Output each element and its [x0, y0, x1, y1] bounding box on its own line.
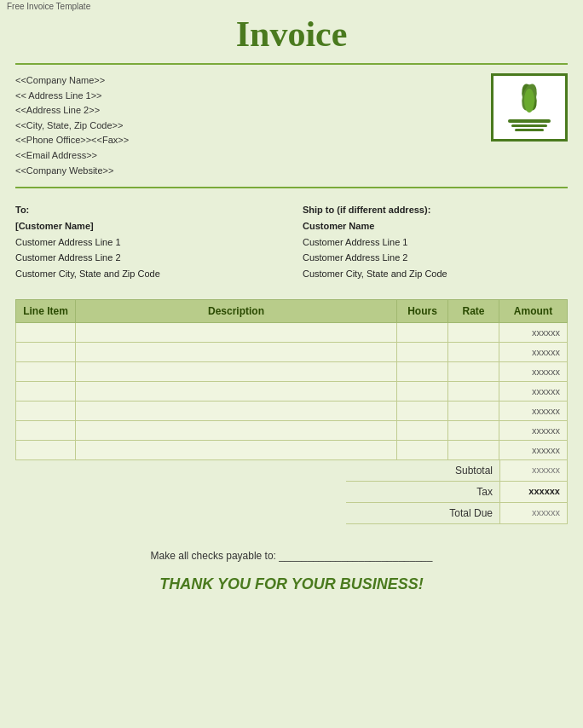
header-section: <<Company Name>> << Address Line 1>> <<A…	[15, 63, 568, 178]
table-row: xxxxxx	[16, 342, 568, 361]
bill-address2: Customer Address Line 2	[15, 250, 280, 266]
ship-to-block: Ship to (if different address): Customer…	[303, 202, 568, 281]
company-info: <<Company Name>> << Address Line 1>> <<A…	[15, 73, 129, 178]
summary-inner: Subtotal xxxxxx Tax xxxxxx Total Due xxx…	[346, 460, 568, 524]
svg-rect-4	[508, 119, 551, 123]
to-label: To:	[15, 202, 280, 218]
cell-amount: xxxxxx	[499, 440, 568, 459]
bill-to-block: To: [Customer Name] Customer Address Lin…	[15, 202, 280, 281]
checks-line: Make all checks payable to: ____________…	[15, 550, 568, 562]
cell-hours	[397, 322, 448, 342]
table-row: xxxxxx	[16, 322, 568, 342]
cell-rate	[448, 361, 499, 381]
ship-label: Ship to (if different address):	[303, 202, 568, 218]
footer-section: Make all checks payable to: ____________…	[15, 550, 568, 593]
thank-you-text: THANK YOU FOR YOUR BUSINESS!	[15, 575, 568, 593]
cell-rate	[448, 401, 499, 420]
ship-customer-name: Customer Name	[303, 218, 568, 234]
cell-desc	[76, 342, 397, 361]
cell-rate	[448, 440, 499, 459]
cell-desc	[76, 420, 397, 440]
cell-hours	[397, 420, 448, 440]
total-value: xxxxxx	[499, 503, 568, 523]
cell-rate	[448, 420, 499, 440]
ship-city: Customer City, State and Zip Code	[303, 266, 568, 282]
table-row: xxxxxx	[16, 361, 568, 381]
summary-section: Subtotal xxxxxx Tax xxxxxx Total Due xxx…	[15, 460, 568, 524]
cell-hours	[397, 440, 448, 459]
col-rate: Rate	[448, 299, 499, 322]
cell-amount: xxxxxx	[499, 342, 568, 361]
invoice-table: Line Item Description Hours Rate Amount …	[15, 299, 568, 460]
cell-hours	[397, 361, 448, 381]
company-email: <<Email Address>>	[15, 148, 129, 164]
svg-rect-5	[511, 124, 547, 127]
cell-desc	[76, 440, 397, 459]
col-amount: Amount	[499, 299, 568, 322]
cell-amount: xxxxxx	[499, 322, 568, 342]
cell-hours	[397, 342, 448, 361]
total-label: Total Due	[346, 503, 499, 523]
company-website: <<Company Website>>	[15, 164, 129, 179]
cell-line	[16, 401, 76, 420]
company-address2: <<Address Line 2>>	[15, 103, 129, 118]
cell-hours	[397, 381, 448, 401]
cell-line	[16, 381, 76, 401]
cell-amount: xxxxxx	[499, 381, 568, 401]
tax-value: xxxxxx	[499, 482, 568, 502]
bill-city: Customer City, State and Zip Code	[15, 266, 280, 282]
cell-rate	[448, 342, 499, 361]
watermark-text: Free Invoice Template	[0, 0, 97, 11]
svg-point-3	[524, 89, 534, 113]
tax-label: Tax	[346, 482, 499, 502]
company-address1: << Address Line 1>>	[15, 89, 129, 104]
subtotal-value: xxxxxx	[499, 460, 568, 481]
cell-line	[16, 440, 76, 459]
col-description: Description	[76, 299, 397, 322]
svg-rect-6	[515, 129, 544, 131]
ship-address1: Customer Address Line 1	[303, 234, 568, 251]
cell-amount: xxxxxx	[499, 401, 568, 420]
cell-line	[16, 420, 76, 440]
table-row: xxxxxx	[16, 401, 568, 420]
company-phone: <<Phone Office>><<Fax>>	[15, 133, 129, 148]
cell-hours	[397, 401, 448, 420]
cell-amount: xxxxxx	[499, 420, 568, 440]
subtotal-row: Subtotal xxxxxx	[346, 460, 568, 482]
cell-line	[16, 322, 76, 342]
cell-desc	[76, 381, 397, 401]
billing-section: To: [Customer Name] Customer Address Lin…	[15, 195, 568, 288]
cell-line	[16, 342, 76, 361]
subtotal-label: Subtotal	[346, 460, 499, 481]
invoice-title: Invoice	[15, 12, 568, 55]
tax-row: Tax xxxxxx	[346, 482, 568, 503]
logo-icon	[499, 82, 559, 133]
col-line-item: Line Item	[16, 299, 76, 322]
cell-line	[16, 361, 76, 381]
bill-address1: Customer Address Line 1	[15, 234, 280, 251]
company-name: <<Company Name>>	[15, 73, 129, 89]
col-hours: Hours	[397, 299, 448, 322]
cell-amount: xxxxxx	[499, 361, 568, 381]
total-row: Total Due xxxxxx	[346, 503, 568, 524]
cell-rate	[448, 322, 499, 342]
cell-desc	[76, 401, 397, 420]
table-row: xxxxxx	[16, 420, 568, 440]
table-row: xxxxxx	[16, 440, 568, 459]
company-city: <<City, State, Zip Code>>	[15, 118, 129, 134]
table-row: xxxxxx	[16, 381, 568, 401]
cell-desc	[76, 322, 397, 342]
cell-rate	[448, 381, 499, 401]
bill-customer-name: [Customer Name]	[15, 218, 280, 234]
company-logo	[491, 73, 568, 142]
cell-desc	[76, 361, 397, 381]
watermark-bar: Free Invoice Template	[0, 0, 583, 12]
divider-1	[15, 187, 568, 188]
ship-address2: Customer Address Line 2	[303, 250, 568, 266]
